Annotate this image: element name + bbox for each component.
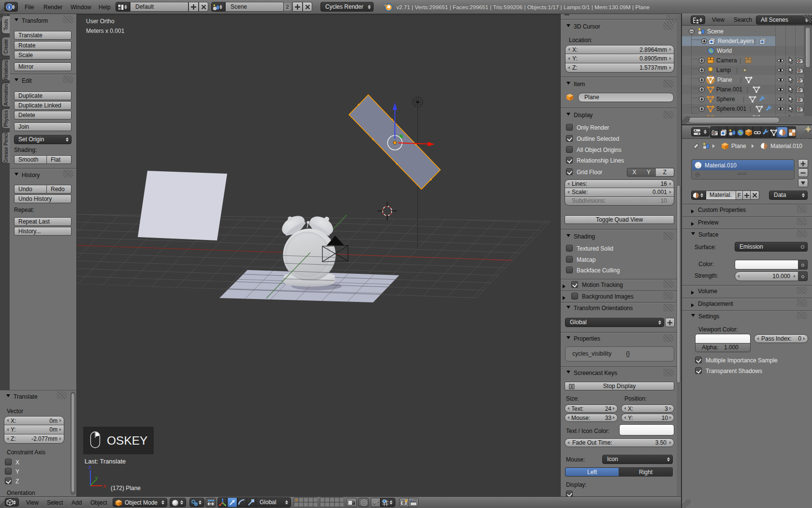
svg-text:x: x [103,483,106,489]
svg-text:i: i [8,4,10,10]
svg-text:z: z [88,464,91,470]
svg-text:y: y [95,475,98,480]
